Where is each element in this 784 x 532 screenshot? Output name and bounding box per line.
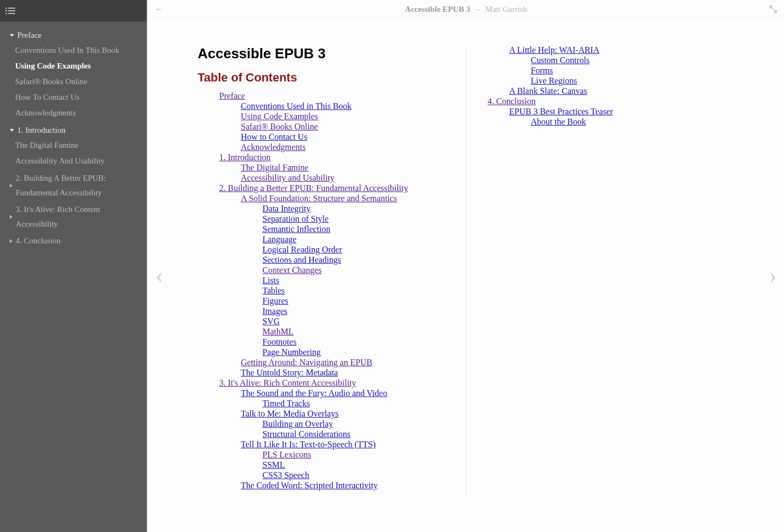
toc-link[interactable]: Safari® Books Online <box>241 122 318 131</box>
back-arrow-icon[interactable]: ← <box>154 3 164 15</box>
sidebar-item[interactable]: Acknowledgments <box>15 105 144 121</box>
toc-sublist: Custom ControlsFormsLive Regions <box>509 56 734 86</box>
toc-item: Footnotes <box>262 337 466 347</box>
sidebar-item[interactable]: How To Contact Us <box>15 90 144 105</box>
toc-link[interactable]: 2. Building a Better EPUB: Fundamental A… <box>219 183 408 193</box>
toc-item: Safari® Books Online <box>241 122 466 132</box>
sidebar-section-header[interactable]: 3. It's Alive: Rich Content Accessibilit… <box>10 202 144 231</box>
toc-item: Getting Around: Navigating an EPUB <box>241 358 466 367</box>
toc-link[interactable]: The Digital Famine <box>241 163 308 172</box>
toc-link[interactable]: Accessibility and Usability <box>241 173 334 182</box>
sidebar-section-header[interactable]: 1. Introduction <box>10 123 144 138</box>
toc-link[interactable]: Structural Considerations <box>262 429 350 439</box>
toc-link[interactable]: About the Book <box>531 117 586 126</box>
toc-link[interactable]: SSML <box>262 460 285 469</box>
title-separator: – <box>476 4 480 14</box>
sidebar-item[interactable]: The Digital Famine <box>15 138 144 153</box>
toc-link[interactable]: Language <box>262 235 296 244</box>
toc-link[interactable]: MathML <box>262 327 294 336</box>
caret-right-icon <box>10 215 12 219</box>
reader-pane: ← Accessible EPUB 3 – Matt Garrish ‹ Acc… <box>147 0 784 532</box>
toc-link[interactable]: Using Code Examples <box>241 112 318 121</box>
toc-link[interactable]: Page Numbering <box>262 347 321 357</box>
sidebar-section-header[interactable]: 2. Building A Better EPUB: Fundamental A… <box>10 171 144 200</box>
toc-link[interactable]: Tell It Like It Is: Text-to-Speech (TTS) <box>241 440 376 449</box>
toc-item: PrefaceConventions Used in This BookUsin… <box>219 91 466 152</box>
toc-item: Tables <box>262 286 466 296</box>
toc-link[interactable]: A Little Help: WAI-ARIA <box>509 45 599 54</box>
toc-sublist: EPUB 3 Best Practices TeaserAbout the Bo… <box>488 107 734 127</box>
toc-link[interactable]: 4. Conclusion <box>488 97 536 106</box>
toc-link[interactable]: Talk to Me: Media Overlays <box>241 409 339 418</box>
toc-link[interactable]: Sections and Headings <box>262 255 341 264</box>
toc-link[interactable]: Context Changes <box>262 265 322 275</box>
svg-rect-4 <box>5 13 7 14</box>
toc-link[interactable]: Acknowledgments <box>241 142 306 152</box>
toc-link[interactable]: PLS Lexicons <box>262 450 311 459</box>
toc-link[interactable]: Images <box>262 306 287 316</box>
sidebar-section-label: 4. Conclusion <box>16 234 60 248</box>
toc-sublist: A Solid Foundation: Structure and Semant… <box>219 194 466 378</box>
caret-down-icon <box>10 34 14 37</box>
toc-item: Figures <box>262 296 466 306</box>
toc-icon[interactable] <box>5 7 15 15</box>
prev-page-button[interactable]: ‹ <box>148 18 171 532</box>
toc-link[interactable]: The Sound and the Fury: Audio and Video <box>241 388 387 398</box>
toc-link[interactable]: The Coded Word: Scripted Interactivity <box>241 481 377 490</box>
toc-link[interactable]: 1. Introduction <box>219 153 271 162</box>
toc-link[interactable]: A Solid Foundation: Structure and Semant… <box>241 194 397 203</box>
toc-link[interactable]: CSS3 Speech <box>262 470 309 480</box>
toc-item: The Coded Word: Scripted Interactivity <box>241 481 466 490</box>
toc-link[interactable]: Forms <box>531 66 553 75</box>
toc-link[interactable]: EPUB 3 Best Practices Teaser <box>509 107 613 116</box>
toc-item: A Little Help: WAI-ARIACustom ControlsFo… <box>509 45 734 86</box>
fullscreen-icon[interactable] <box>769 5 778 13</box>
svg-rect-3 <box>8 10 15 11</box>
toc-item: 1. IntroductionThe Digital FamineAccessi… <box>219 153 466 183</box>
toc-link[interactable]: Custom Controls <box>531 56 590 65</box>
toc-link[interactable]: Semantic Inflection <box>262 224 330 234</box>
toc-link[interactable]: Getting Around: Navigating an EPUB <box>241 358 373 367</box>
svg-rect-1 <box>8 8 15 9</box>
toc-item: Lists <box>262 276 466 285</box>
toc-item: Live Regions <box>531 76 734 86</box>
sidebar-section-header[interactable]: Preface <box>10 28 144 43</box>
toc-link[interactable]: SVG <box>262 317 280 326</box>
toc-link[interactable]: The Untold Story: Metadata <box>241 368 338 377</box>
toc-link[interactable]: Conventions Used in This Book <box>241 101 352 111</box>
sidebar-section-children: The Digital FamineAccessibility And Usab… <box>15 138 144 169</box>
toc-link[interactable]: 3. It's Alive: Rich Content Accessibilit… <box>219 378 356 387</box>
sidebar-section-header[interactable]: 4. Conclusion <box>10 234 144 248</box>
toc-link[interactable]: Logical Reading Order <box>262 245 342 254</box>
toc-link[interactable]: Live Regions <box>531 76 577 85</box>
toc-link[interactable]: Separation of Style <box>262 214 329 223</box>
toc-item: Images <box>262 306 466 316</box>
toc-link[interactable]: A Blank Slate: Canvas <box>509 86 587 96</box>
sidebar-item[interactable]: Using Code Examples <box>15 58 144 74</box>
sidebar-item[interactable]: Safari® Books Online <box>15 74 144 90</box>
toc-link[interactable]: Lists <box>262 276 279 285</box>
sidebar-topbar <box>0 0 147 22</box>
sidebar-item[interactable]: Conventions Used In This Book <box>15 43 144 58</box>
toc-link[interactable]: Figures <box>262 296 288 305</box>
toc-link[interactable]: Preface <box>219 91 245 100</box>
svg-rect-5 <box>8 13 15 14</box>
toc-link[interactable]: Timed Tracks <box>262 399 310 408</box>
toc-item: Building an Overlay <box>262 419 466 429</box>
toc-link[interactable]: How to Contact Us <box>241 132 307 141</box>
toc-item: Tell It Like It Is: Text-to-Speech (TTS)… <box>241 440 466 480</box>
sidebar-item[interactable]: Accessibility And Usability <box>15 153 144 169</box>
toc-item: SSML <box>262 460 466 470</box>
toc-item: Acknowledgments <box>241 142 466 152</box>
sidebar-section: PrefaceConventions Used In This BookUsin… <box>10 28 144 121</box>
toc-link[interactable]: Building an Overlay <box>262 419 333 428</box>
toc-item: Forms <box>531 66 734 76</box>
toc-link[interactable]: Tables <box>262 286 285 295</box>
toc-item: Talk to Me: Media OverlaysBuilding an Ov… <box>241 409 466 439</box>
book-author: Matt Garrish <box>485 5 527 14</box>
toc-item: A Blank Slate: Canvas <box>509 86 734 96</box>
toc-item: Accessibility and Usability <box>241 173 466 183</box>
next-page-button[interactable]: › <box>761 18 784 532</box>
toc-link[interactable]: Data Integrity <box>262 204 310 213</box>
toc-link[interactable]: Footnotes <box>262 337 296 346</box>
